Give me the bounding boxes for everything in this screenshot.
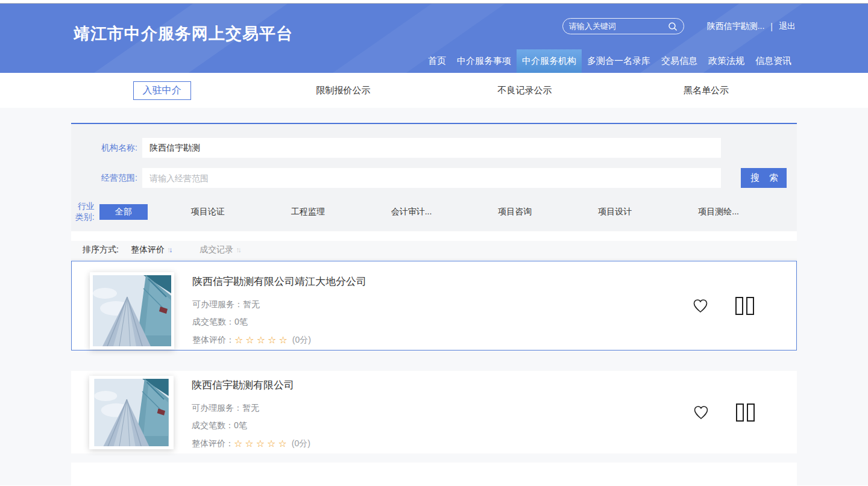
favorite-heart-icon[interactable] bbox=[693, 405, 709, 420]
footer-space bbox=[71, 463, 797, 486]
industry-tab-all[interactable]: 全部 bbox=[99, 204, 148, 220]
rating-score: (0分) bbox=[292, 438, 310, 448]
spacer bbox=[71, 453, 797, 463]
service-value: 暂无 bbox=[242, 403, 259, 413]
compare-icon[interactable] bbox=[736, 403, 755, 422]
org-name-label: 机构名称: bbox=[71, 143, 142, 154]
site-header: 靖江市中介服务网上交易平台 陕西信宇勘测... | 退出 首页 中介服务事项 中… bbox=[0, 4, 868, 73]
tab-bad-record-notice[interactable]: 不良记录公示 bbox=[498, 85, 552, 96]
page-title: 靖江市中介服务网上交易平台 bbox=[74, 23, 293, 45]
nav-item-news[interactable]: 信息资讯 bbox=[750, 49, 797, 73]
industry-tab-accounting-audit[interactable]: 会计审计... bbox=[383, 204, 441, 220]
industry-tab-project-design[interactable]: 项目设计 bbox=[590, 204, 640, 220]
agency-result-card[interactable]: 陕西信宇勘测有限公司靖江大地分公司 可办理服务：暂无 成交笔数：0笔 整体评价：… bbox=[71, 261, 797, 350]
industry-category-label: 行业类别: bbox=[71, 201, 99, 223]
nav-item-policies[interactable]: 政策法规 bbox=[703, 49, 750, 73]
rating-label: 整体评价： bbox=[192, 335, 234, 344]
rating-label: 整体评价： bbox=[192, 438, 234, 448]
search-button[interactable]: 搜 索 bbox=[741, 168, 787, 188]
nav-item-directory[interactable]: 多测合一名录库 bbox=[582, 49, 656, 73]
search-filter-panel: 机构名称: 经营范围: 搜 索 行业类别: 全部 项目论证 工程监理 会计审计.… bbox=[71, 124, 797, 231]
compare-icon[interactable] bbox=[735, 297, 754, 315]
service-label: 可办理服务： bbox=[192, 299, 243, 309]
tab-settled-agencies[interactable]: 入驻中介 bbox=[133, 81, 191, 100]
star-rating: ☆☆☆☆☆ bbox=[234, 438, 289, 449]
industry-tab-engineering-supervision[interactable]: 工程监理 bbox=[283, 204, 333, 220]
star-rating: ☆☆☆☆☆ bbox=[234, 335, 290, 345]
deals-label: 成交笔数： bbox=[192, 317, 234, 326]
user-separator: | bbox=[770, 22, 773, 31]
deals-value: 0笔 bbox=[234, 317, 248, 326]
deals-label: 成交笔数： bbox=[192, 420, 234, 430]
industry-tabs: 全部 项目论证 工程监理 会计审计... 项目咨询 项目设计 项目测绘... bbox=[99, 204, 797, 220]
logged-in-user[interactable]: 陕西信宇勘测... bbox=[707, 21, 765, 32]
agency-result-card[interactable]: 陕西信宇勘测有限公司 可办理服务：暂无 成交笔数：0笔 整体评价：☆☆☆☆☆(0… bbox=[71, 371, 797, 453]
nav-item-home[interactable]: 首页 bbox=[423, 49, 451, 73]
service-value: 暂无 bbox=[243, 299, 260, 309]
sort-desc-icon: ↓ bbox=[169, 246, 171, 254]
sort-label: 排序方式: bbox=[83, 245, 119, 255]
service-label: 可办理服务： bbox=[192, 403, 242, 413]
nav-item-service-matters[interactable]: 中介服务事项 bbox=[451, 49, 517, 73]
secondary-navigation: 入驻中介 限制报价公示 不良记录公示 黑名单公示 bbox=[0, 73, 868, 108]
logout-link[interactable]: 退出 bbox=[779, 21, 796, 32]
page-body: 机构名称: 经营范围: 搜 索 行业类别: 全部 项目论证 工程监理 会计审计.… bbox=[0, 108, 868, 485]
rating-score: (0分) bbox=[292, 335, 311, 344]
agency-name[interactable]: 陕西信宇勘测有限公司靖江大地分公司 bbox=[192, 275, 366, 288]
business-scope-input[interactable] bbox=[142, 168, 721, 188]
nav-item-trade-info[interactable]: 交易信息 bbox=[656, 49, 703, 73]
agency-photo[interactable] bbox=[90, 272, 174, 349]
industry-tab-project-consulting[interactable]: 项目咨询 bbox=[489, 204, 540, 220]
sort-by-overall-rating[interactable]: 整体评价 ↑ ↓ bbox=[131, 245, 171, 255]
tab-blacklist-notice[interactable]: 黑名单公示 bbox=[684, 85, 729, 96]
keyword-search-box[interactable] bbox=[562, 18, 684, 34]
org-name-input[interactable] bbox=[142, 138, 721, 158]
spacer bbox=[71, 231, 797, 241]
sort-bar: 排序方式: 整体评价 ↑ ↓ 成交记录 ↑ ↓ bbox=[71, 241, 797, 260]
business-scope-label: 经营范围: bbox=[71, 173, 142, 184]
nav-item-service-agencies[interactable]: 中介服务机构 bbox=[517, 49, 582, 73]
sort-desc-icon: ↓ bbox=[238, 246, 240, 254]
agency-name[interactable]: 陕西信宇勘测有限公司 bbox=[192, 378, 310, 392]
main-navigation: 首页 中介服务事项 中介服务机构 多测合一名录库 交易信息 政策法规 信息资讯 bbox=[423, 49, 797, 73]
industry-tab-project-surveying[interactable]: 项目测绘... bbox=[690, 204, 747, 220]
keyword-search-input[interactable] bbox=[569, 22, 668, 31]
sort-by-deal-records[interactable]: 成交记录 ↑ ↓ bbox=[200, 245, 239, 255]
search-icon[interactable] bbox=[668, 22, 678, 31]
industry-tab-project-demonstration[interactable]: 项目论证 bbox=[183, 204, 233, 220]
tab-price-limit-notice[interactable]: 限制报价公示 bbox=[316, 85, 371, 96]
favorite-heart-icon[interactable] bbox=[692, 298, 709, 314]
agency-photo[interactable] bbox=[89, 376, 174, 449]
deals-value: 0笔 bbox=[234, 420, 247, 430]
